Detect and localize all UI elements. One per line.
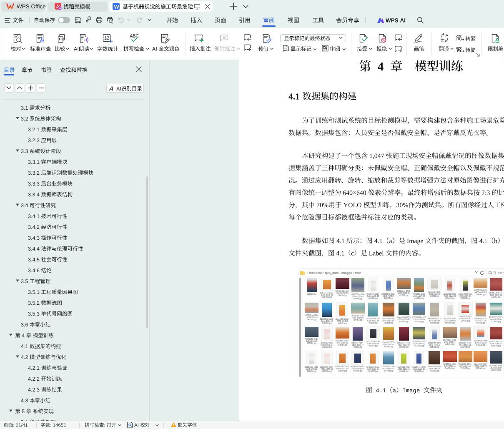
svg-text:ABC: ABC (130, 33, 139, 38)
svg-text:12: 12 (104, 35, 109, 40)
svg-text:AI: AI (59, 7, 61, 10)
